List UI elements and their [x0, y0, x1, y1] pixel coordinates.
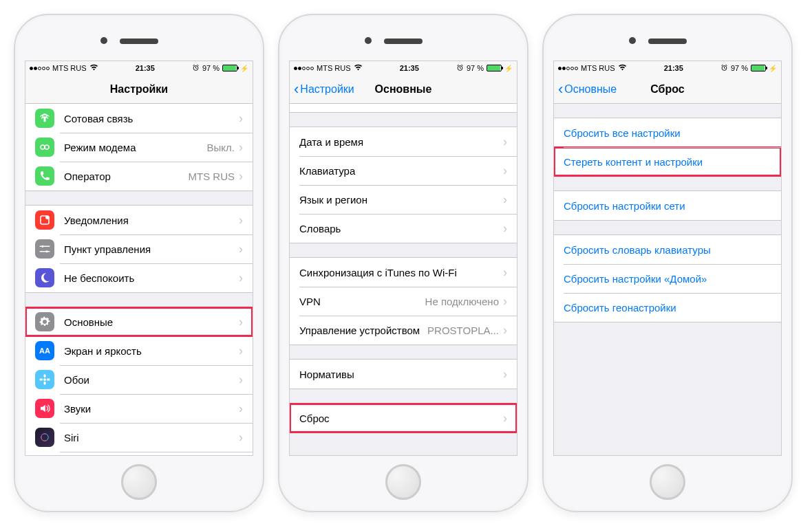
speaker-slot — [648, 39, 687, 44]
row-carrier[interactable]: Оператор MTS RUS › — [25, 162, 253, 190]
group-clipped: Ограничения Выкл. › — [290, 104, 517, 113]
row-label: Обои — [64, 374, 239, 386]
row-restrictions[interactable]: Ограничения Выкл. › — [290, 104, 517, 112]
notification-icon — [35, 210, 54, 230]
row-language[interactable]: Язык и регион › — [290, 185, 517, 214]
row-general[interactable]: Основные › — [25, 307, 253, 336]
iphone-mockup-3: MTS RUS 21:35 97 % ⚡ ‹ Основные Сброс — [542, 14, 793, 512]
chevron-left-icon: ‹ — [558, 82, 563, 97]
action-label: Сбросить словарь клавиатуры — [564, 244, 711, 256]
action-reset-all[interactable]: Сбросить все настройки — [554, 118, 781, 147]
signal-dots — [30, 67, 50, 70]
group-regulatory: Нормативы › — [290, 359, 517, 389]
page-title: Сброс — [650, 83, 684, 96]
action-reset-keyboard-dict[interactable]: Сбросить словарь клавиатуры — [554, 235, 781, 264]
chevron-right-icon: › — [239, 213, 243, 228]
row-wallpaper[interactable]: Обои › — [25, 365, 253, 394]
battery-pct: 97 % — [467, 64, 484, 72]
row-hotspot[interactable]: Режим модема Выкл. › — [25, 133, 253, 162]
home-button[interactable] — [121, 464, 157, 500]
row-reset[interactable]: Сброс › — [290, 404, 517, 432]
action-label: Сбросить настройки сети — [564, 200, 685, 212]
chevron-right-icon: › — [503, 411, 507, 426]
home-button[interactable] — [385, 464, 421, 500]
gear-icon — [35, 312, 54, 331]
moon-icon — [35, 268, 54, 287]
row-device-mgmt[interactable]: Управление устройством PROSTOPLA... › — [290, 316, 517, 344]
row-label: Сброс — [299, 413, 503, 424]
chevron-right-icon: › — [503, 104, 507, 105]
row-cellular[interactable]: Сотовая связь › — [25, 104, 253, 133]
row-label: Уведомления — [64, 215, 239, 226]
chevron-right-icon: › — [239, 111, 243, 126]
row-dnd[interactable]: Не беспокоить › — [25, 263, 253, 292]
action-reset-network[interactable]: Сбросить настройки сети — [554, 191, 781, 220]
row-notifications[interactable]: Уведомления › — [25, 206, 253, 234]
action-reset-location[interactable]: Сбросить геонастройки — [554, 293, 781, 322]
row-detail: MTS RUS — [189, 171, 235, 182]
status-bar: MTS RUS 21:35 97 % ⚡ — [290, 61, 517, 75]
navbar: Настройки — [25, 75, 253, 104]
alarm-icon — [192, 64, 200, 73]
chevron-right-icon: › — [503, 135, 507, 149]
nav-back-button[interactable]: ‹ Основные — [558, 82, 617, 97]
screen-1: MTS RUS 21:35 97 % ⚡ Настройки — [25, 61, 253, 456]
row-label: Основные — [64, 316, 239, 328]
row-regulatory[interactable]: Нормативы › — [290, 360, 517, 388]
iphone-mockup-2: MTS RUS 21:35 97 % ⚡ ‹ Настройки Основны… — [278, 14, 528, 512]
row-detail: PROSTOPLA... — [427, 325, 499, 336]
brightness-icon: AA — [35, 341, 54, 360]
settings-group-network: Сотовая связь › Режим модема Выкл. › Опе… — [25, 104, 253, 191]
svg-point-9 — [43, 374, 45, 377]
row-label: Язык и регион — [299, 194, 503, 206]
svg-point-5 — [45, 216, 49, 219]
settings-group-general: Основные › AA Экран и яркость › Обои › — [25, 307, 253, 455]
alarm-icon — [720, 64, 728, 73]
wifi-icon — [354, 64, 363, 72]
speaker-slot — [384, 39, 423, 44]
carrier-label: MTS RUS — [317, 64, 351, 72]
charging-icon: ⚡ — [769, 65, 777, 72]
control-center-icon — [35, 239, 54, 259]
cellular-icon — [35, 109, 54, 128]
chevron-right-icon: › — [503, 294, 507, 309]
chevron-right-icon: › — [239, 169, 243, 184]
row-sounds[interactable]: Звуки › — [25, 394, 253, 423]
flower-icon — [35, 370, 54, 389]
screen-3: MTS RUS 21:35 97 % ⚡ ‹ Основные Сброс — [553, 61, 782, 456]
page-title: Настройки — [110, 83, 168, 96]
row-itunes-wifi[interactable]: Синхронизация с iTunes по Wi-Fi › — [290, 258, 517, 287]
wifi-icon — [89, 64, 98, 72]
row-control-center[interactable]: Пункт управления › — [25, 234, 253, 263]
row-label: Режим модема — [64, 142, 207, 153]
row-datetime[interactable]: Дата и время › — [290, 127, 517, 156]
action-reset-home[interactable]: Сбросить настройки «Домой» — [554, 264, 781, 293]
nav-back-button[interactable]: ‹ Настройки — [294, 82, 354, 97]
svg-rect-1 — [44, 118, 46, 122]
chevron-right-icon: › — [503, 265, 507, 280]
row-touchid[interactable]: Touch ID и код-пароль › — [25, 452, 253, 455]
row-label: Нормативы — [299, 369, 503, 380]
battery-icon — [222, 65, 237, 72]
svg-point-11 — [39, 378, 43, 380]
signal-dots — [558, 67, 578, 70]
reset-group-2: Сбросить настройки сети — [554, 190, 781, 221]
chevron-right-icon: › — [239, 402, 243, 416]
row-display[interactable]: AA Экран и яркость › — [25, 336, 253, 365]
row-vpn[interactable]: VPN Не подключено › — [290, 287, 517, 316]
status-bar: MTS RUS 21:35 97 % ⚡ — [554, 61, 781, 75]
charging-icon: ⚡ — [240, 65, 248, 72]
row-keyboard[interactable]: Клавиатура › — [290, 156, 517, 185]
screen-2: MTS RUS 21:35 97 % ⚡ ‹ Настройки Основны… — [289, 61, 517, 456]
navbar: ‹ Основные Сброс — [554, 75, 781, 104]
group-sync: Синхронизация с iTunes по Wi-Fi › VPN Не… — [290, 257, 517, 345]
chevron-right-icon: › — [503, 221, 507, 236]
row-dictionary[interactable]: Словарь › — [290, 214, 517, 243]
action-erase-all[interactable]: Стереть контент и настройки — [554, 147, 781, 176]
carrier-label: MTS RUS — [581, 64, 615, 72]
group-reset: Сброс › — [290, 403, 517, 433]
home-button[interactable] — [650, 464, 685, 500]
row-label: Оператор — [64, 171, 189, 182]
nav-back-label: Основные — [564, 83, 617, 96]
row-siri[interactable]: Siri › — [25, 423, 253, 452]
